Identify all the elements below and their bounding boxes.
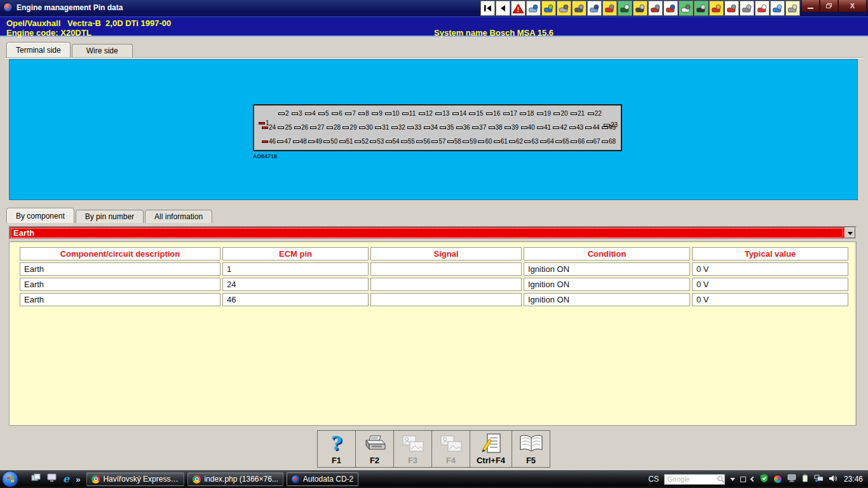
pin-61: 61 (494, 139, 508, 145)
connector-diagram-panel: 1 2345678910111213141516171819202122 23 … (9, 59, 858, 200)
nav-back-icon[interactable] (496, 1, 510, 16)
key-fob-icon[interactable] (648, 1, 663, 16)
pin-68: 68 (602, 139, 616, 145)
tab-by-component[interactable]: By component (6, 208, 74, 223)
speaker-icon[interactable] (829, 473, 837, 485)
car-ramp-icon[interactable] (633, 1, 648, 16)
photos-icon (440, 431, 463, 456)
pin-5: 5 (318, 111, 329, 117)
show-hidden-icons[interactable] (750, 477, 756, 482)
pin-65: 65 (555, 139, 569, 145)
pin-6: 6 (332, 111, 342, 117)
pin-46: 46 (262, 139, 276, 145)
tab-terminal-side[interactable]: Terminal side (6, 42, 71, 57)
search-input[interactable] (665, 475, 717, 483)
fkey-f5-button[interactable]: F5 (512, 430, 550, 468)
taskbar: e » Havířovský Express -...index.php (13… (0, 470, 868, 488)
switch-windows-icon[interactable] (31, 473, 41, 485)
fkey-label: F4 (446, 456, 456, 465)
pin-24: 24 (262, 125, 276, 131)
pin-19: 19 (537, 111, 551, 117)
fuel-pump-icon[interactable] (587, 1, 602, 16)
exhaust-icon[interactable] (602, 1, 617, 16)
tray-window-icon[interactable] (740, 477, 746, 482)
window-title: Engine management Pin data (17, 3, 123, 12)
door-icon[interactable] (785, 1, 800, 16)
pin-62: 62 (509, 139, 523, 145)
top-toolbar: ! (480, 0, 800, 17)
diagnostic-icon[interactable] (709, 1, 724, 16)
vehicle-model: Vectra-B 2,0D DTi 1997-00 (67, 18, 171, 28)
pin-63: 63 (524, 139, 538, 145)
updater-swirl-icon[interactable] (773, 475, 782, 484)
fkey-f4-button: F4 (431, 430, 470, 468)
abs-car-icon[interactable] (724, 1, 739, 16)
language-indicator[interactable]: CS (648, 475, 659, 484)
show-desktop-icon[interactable] (47, 473, 57, 485)
pin-20: 20 (553, 111, 567, 117)
network-icon[interactable] (814, 473, 824, 485)
search-box (664, 474, 725, 485)
fkey-f1-button[interactable]: ?F1 (317, 430, 356, 468)
minimize-button[interactable] (801, 0, 820, 12)
pin-31: 31 (375, 125, 389, 131)
pin-18: 18 (520, 111, 534, 117)
autodata-icon (292, 475, 300, 484)
taskbar-button-autodata-cd-2[interactable]: Autodata CD-2 (287, 472, 358, 486)
pin-12: 12 (419, 111, 433, 117)
pin-7: 7 (345, 111, 356, 117)
search-options-icon[interactable] (730, 478, 735, 484)
info-tabs: By componentBy pin numberAll information (6, 208, 212, 223)
wheel-balance-icon[interactable] (740, 1, 754, 16)
pin-67: 67 (587, 139, 600, 145)
globe-icon[interactable] (541, 1, 556, 16)
nav-first-icon[interactable] (480, 1, 495, 16)
component-select[interactable]: Earth (9, 226, 857, 240)
restore-button[interactable] (820, 0, 838, 12)
hazard-icon[interactable] (755, 1, 770, 16)
printer-quick-icon[interactable] (679, 1, 693, 16)
pin-15: 15 (469, 111, 483, 117)
tyre-data-icon[interactable] (663, 1, 678, 16)
camera-icon[interactable] (694, 1, 709, 16)
antivirus-shield-icon[interactable] (760, 473, 768, 485)
fkey-f2-button[interactable]: F2 (355, 430, 394, 468)
quick-launch-overflow[interactable]: » (76, 475, 80, 484)
internet-explorer-icon[interactable]: e (63, 474, 69, 484)
taskbar-button-hav-ovsk-express[interactable]: Havířovský Express -... (86, 472, 184, 486)
wheel-icon[interactable] (572, 1, 587, 16)
pin-27: 27 (310, 125, 324, 131)
vehicle-header: Opel/Vauxhall Vectra-B 2,0D DTi 1997-00 … (0, 17, 868, 37)
table-cell: 0 V (692, 278, 848, 291)
book-icon (519, 431, 544, 456)
window-controls: X (801, 0, 867, 12)
display-monitor-icon[interactable] (787, 473, 796, 485)
tab-wire-side[interactable]: Wire side (72, 44, 133, 57)
power-plug-icon[interactable] (801, 473, 809, 485)
turbo-icon[interactable] (770, 1, 785, 16)
pin-28: 28 (327, 125, 341, 131)
warning-icon[interactable]: ! (511, 1, 526, 16)
table-cell: Ignition ON (524, 293, 690, 306)
pin-34: 34 (424, 125, 438, 131)
wipers-icon[interactable] (526, 1, 541, 16)
pin-13: 13 (435, 111, 449, 117)
service-key-icon[interactable] (557, 1, 571, 16)
lift-icon[interactable] (618, 1, 632, 16)
system-tray: CS 23:46 (648, 473, 868, 485)
pin-2: 2 (278, 111, 289, 117)
table-cell (370, 262, 522, 276)
printer-icon (363, 431, 386, 456)
pin-44: 44 (585, 125, 599, 131)
taskbar-button-label: Havířovský Express -... (103, 475, 179, 484)
clock[interactable]: 23:46 (844, 475, 863, 484)
taskbar-button-index-php-1366-76[interactable]: index.php (1366×76... (187, 472, 283, 486)
tab-by-pin-number[interactable]: By pin number (76, 210, 144, 223)
component-select-value: Earth (10, 227, 844, 238)
fkey-ctrl-f4-button[interactable]: Ctrl+F4 (470, 430, 512, 468)
close-button[interactable]: X (838, 0, 867, 12)
component-select-arrow[interactable] (844, 227, 855, 238)
tab-all-information[interactable]: All information (145, 210, 212, 223)
start-button[interactable] (2, 471, 18, 487)
table-cell: 24 (222, 278, 369, 291)
